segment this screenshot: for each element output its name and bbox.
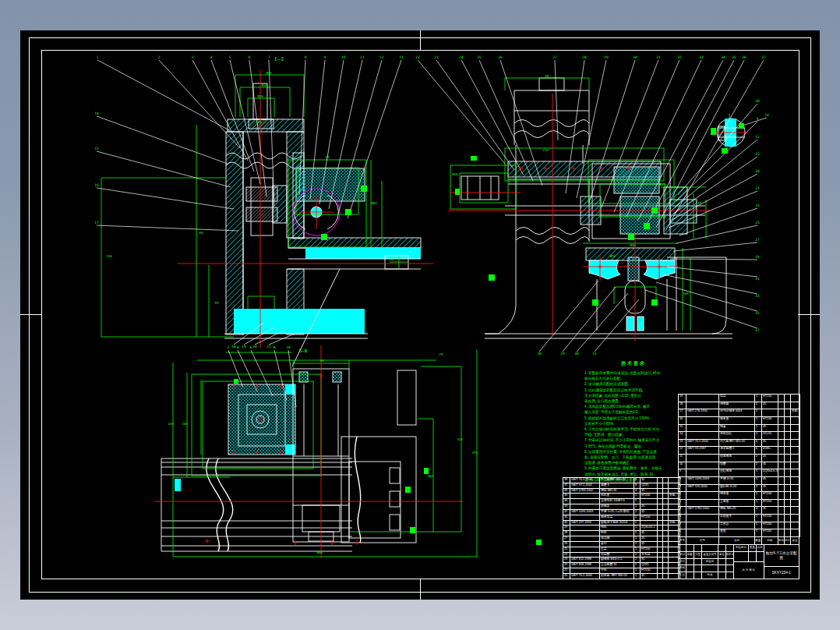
dim-label: 60 <box>320 359 324 363</box>
bom-cell: 1 <box>755 522 762 530</box>
bom-cell <box>785 455 791 462</box>
bom-cell: GB/T 70.1-2000 <box>570 574 600 579</box>
callout-number: 8 <box>274 345 276 349</box>
bom-cell: 螺栓 M8×30 <box>600 489 634 494</box>
dim-label: 160 <box>683 292 689 296</box>
bom-cell: 2 <box>634 510 641 515</box>
bom-cell: 45 <box>641 531 658 536</box>
bom-cell <box>791 462 800 470</box>
bom-cell: 27 <box>563 536 570 542</box>
callout-number: 5 <box>229 55 231 59</box>
bom-cell <box>778 447 785 455</box>
bom-cell: Q235 <box>641 483 658 489</box>
callout-number: 33 <box>699 55 704 59</box>
note-line: 2. 滚动轴承装配时涂润滑脂。 <box>584 381 683 387</box>
callout-number: 27 <box>755 238 760 242</box>
bom-cell: 36 <box>563 489 570 494</box>
bom-cell <box>663 489 669 494</box>
fastener-symbol <box>424 468 429 474</box>
dim-label: 180 <box>182 422 188 426</box>
bom-cell: GB/T 276-1994 <box>686 409 719 417</box>
bom-cell: 上滑座 <box>719 500 755 508</box>
bom-cell: 螺母座 <box>719 492 755 500</box>
bom-cell <box>791 455 800 462</box>
bom-cell: 65Mn <box>762 447 778 455</box>
revision-signature-grid: 标记处数分区更改文件号签名年月日设计标准化审核工艺批准 <box>678 544 733 579</box>
bom-cell: 圆螺母 M16×1.5 <box>600 557 634 563</box>
bom-cell <box>785 492 791 500</box>
note-line: 说明书, 按装箱单清点, 装箱, 发运。防潮, 防 <box>584 472 683 477</box>
bom-cell: 30 <box>563 521 570 526</box>
dim-label: 65 <box>199 231 203 235</box>
callout-number: 18 <box>231 345 236 349</box>
bom-cell <box>785 485 791 493</box>
bom-cell <box>778 425 785 433</box>
sheet-count: 共 张 第 张 <box>733 561 764 579</box>
dim-label: Ø62 <box>371 201 377 205</box>
bom-cell <box>663 536 669 542</box>
bom-cell <box>686 522 719 530</box>
bom-cell <box>658 504 663 510</box>
dim-label: I—I <box>274 56 284 62</box>
bom-cell: 止动垫圈 16 <box>600 563 634 568</box>
scale-value <box>756 551 764 561</box>
bom-cell <box>641 521 658 526</box>
bom-cell: 1 <box>755 432 762 440</box>
bom-cell: GB/T 812-1988 <box>570 557 600 563</box>
note-line: 沿齿长不少于60%。 <box>584 421 683 426</box>
bom-cell <box>663 499 669 504</box>
bom-cell: 8 <box>679 477 686 485</box>
bom-cell: 38 <box>563 478 570 483</box>
dim-label: 210 <box>542 148 549 152</box>
bom-cell <box>785 507 791 515</box>
scale-label: 比例 <box>756 544 764 551</box>
bom-cell <box>663 483 669 489</box>
bom-cell: 31 <box>563 515 570 521</box>
bom-cell <box>658 510 663 515</box>
callout-number: 1 <box>97 55 99 59</box>
title-block-cell: 审核 <box>678 565 686 572</box>
callout-number: 25 <box>755 221 760 225</box>
bom-cell: GB/T 97.1-2002 <box>570 483 600 489</box>
title-block-cell <box>694 558 701 565</box>
stage-mark-label: 阶段标记 <box>733 544 748 551</box>
title-block-cell <box>686 572 694 579</box>
bom-cell: 1 <box>755 469 762 477</box>
dim-label: 95 <box>545 74 549 78</box>
callout-number: 6 <box>250 345 252 349</box>
bom-cell: 锁紧螺母 <box>719 455 755 462</box>
fastener-symbol <box>321 234 327 240</box>
bom-cell <box>791 402 800 410</box>
bom-cell: 45 <box>762 455 778 462</box>
bom-cell: GB/T 70.1-2000 <box>570 478 600 483</box>
fastener-symbol <box>455 189 460 195</box>
bom-cell <box>570 547 600 553</box>
callout-number: 7 <box>268 55 270 59</box>
bom-cell: 传动轴 <box>600 536 634 542</box>
bom-cell: 螺栓 M6×25 <box>719 507 755 515</box>
bom-cell <box>785 522 791 530</box>
leader-line <box>665 60 764 231</box>
callout-number: 8 <box>305 55 307 59</box>
title-block-cell <box>701 565 718 572</box>
bom-cell <box>778 492 785 500</box>
callout-number: 32 <box>677 55 682 59</box>
callout-number: 24 <box>459 55 464 59</box>
callout-number: 9 <box>757 117 759 121</box>
bom-cell <box>658 547 663 553</box>
title-block-cell: 处数 <box>686 551 694 558</box>
bom-cell: 2 <box>634 542 641 547</box>
bom-cell: 34 <box>563 499 570 504</box>
bom-cell: HT200 <box>762 492 778 500</box>
bom-cell: 滚珠丝杠 <box>719 432 755 440</box>
bom-cell: 蜗杆 <box>600 531 634 536</box>
callout-number: 31 <box>656 55 661 59</box>
technical-requirements: 技术要求 1. 装配前所有零件均须清洗, 去除毛刺油污, 经检 验合格后方可进行… <box>584 360 683 483</box>
bom-cell: HT200 <box>762 522 778 530</box>
bom-cell <box>785 440 791 448</box>
bom-cell <box>778 507 785 515</box>
bom-cell <box>778 515 785 522</box>
bom-cell <box>663 563 669 568</box>
leader-line <box>348 60 401 218</box>
bom-cell: HT200 <box>641 494 658 499</box>
